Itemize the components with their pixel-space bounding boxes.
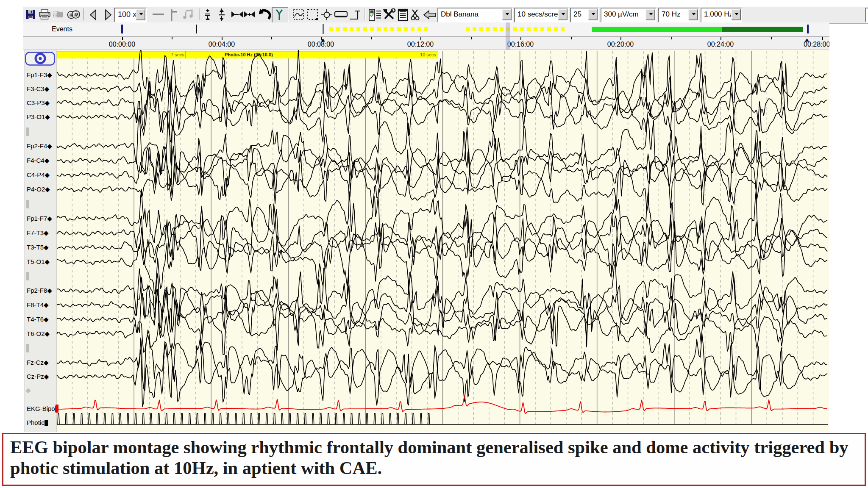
svg-text:10 secs: 10 secs (420, 52, 436, 57)
svg-text:7 secs: 7 secs (171, 52, 184, 57)
svg-text:Photic-10 Hz (00:10.0): Photic-10 Hz (00:10.0) (225, 52, 273, 57)
